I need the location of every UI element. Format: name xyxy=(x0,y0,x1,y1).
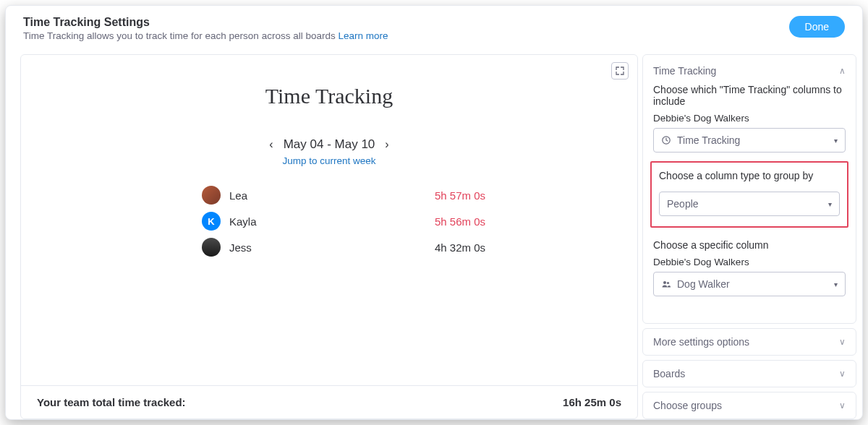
people-list: Lea 5h 57m 0s K Kayla 5h 56m 0s Jess 4h … xyxy=(57,182,601,260)
prev-week-button[interactable]: ‹ xyxy=(269,138,273,151)
caret-down-icon: ▾ xyxy=(834,280,838,288)
choose-groups-row[interactable]: Choose groups ∨ xyxy=(642,392,856,419)
main-panel: Time Tracking ‹ May 04 - May 10 › Jump t… xyxy=(20,54,638,419)
specific-column-section: Choose a specific column Debbie's Dog Wa… xyxy=(653,239,846,296)
panel-header[interactable]: Time Tracking ∧ xyxy=(653,62,846,84)
people-icon xyxy=(661,279,671,289)
avatar: K xyxy=(202,212,221,231)
tracked-time: 4h 32m 0s xyxy=(435,241,485,254)
tracked-time: 5h 57m 0s xyxy=(435,189,485,202)
chevron-down-icon: ∨ xyxy=(839,337,846,347)
footer-label: Your team total time tracked: xyxy=(37,396,186,408)
week-nav: ‹ May 04 - May 10 › xyxy=(57,137,601,152)
group-by-highlight: Choose a column type to group by People … xyxy=(650,161,848,228)
select-value: Time Tracking xyxy=(677,134,740,146)
time-tracking-column-select[interactable]: Time Tracking ▾ xyxy=(653,128,846,153)
person-name: Kayla xyxy=(229,215,374,228)
avatar xyxy=(202,186,221,205)
settings-window: Time Tracking Settings Time Tracking all… xyxy=(5,5,863,420)
specific-column-label: Choose a specific column xyxy=(653,239,846,251)
svg-point-1 xyxy=(663,281,666,284)
caret-down-icon: ▾ xyxy=(828,200,832,208)
page-subtitle: Time Tracking allows you to track time f… xyxy=(23,30,388,41)
jump-wrap: Jump to current week xyxy=(57,155,601,166)
avatar xyxy=(202,238,221,257)
body: Time Tracking ‹ May 04 - May 10 › Jump t… xyxy=(6,47,862,419)
row-label: Choose groups xyxy=(653,400,722,411)
week-range: May 04 - May 10 xyxy=(284,137,375,152)
next-week-button[interactable]: › xyxy=(385,138,388,151)
list-item: Jess 4h 32m 0s xyxy=(202,234,485,260)
more-settings-row[interactable]: More settings options ∨ xyxy=(642,328,856,356)
row-label: Boards xyxy=(653,368,685,379)
panel-title: Time Tracking xyxy=(653,65,716,77)
main-inner: Time Tracking ‹ May 04 - May 10 › Jump t… xyxy=(21,55,637,385)
fullscreen-icon xyxy=(616,66,624,75)
group-by-select[interactable]: People ▾ xyxy=(659,192,840,216)
report-title: Time Tracking xyxy=(57,84,601,108)
chevron-up-icon: ∧ xyxy=(839,66,846,76)
header: Time Tracking Settings Time Tracking all… xyxy=(6,6,862,47)
select-value: Dog Walker xyxy=(677,278,730,290)
fullscreen-button[interactable] xyxy=(611,62,629,80)
svg-point-2 xyxy=(667,282,669,284)
list-item: K Kayla 5h 56m 0s xyxy=(202,208,485,234)
done-button[interactable]: Done xyxy=(789,16,845,38)
time-tracking-panel: Time Tracking ∧ Choose which "Time Track… xyxy=(642,54,856,324)
board-name-2: Debbie's Dog Walkers xyxy=(653,257,846,267)
footer-bar: Your team total time tracked: 16h 25m 0s xyxy=(21,385,637,418)
footer-total: 16h 25m 0s xyxy=(563,396,621,408)
person-name: Lea xyxy=(229,189,374,202)
page-title: Time Tracking Settings xyxy=(23,16,388,29)
tracked-time: 5h 56m 0s xyxy=(435,215,485,228)
group-by-label: Choose a column type to group by xyxy=(659,170,840,181)
learn-more-link[interactable]: Learn more xyxy=(338,30,388,41)
sidebar: Time Tracking ∧ Choose which "Time Track… xyxy=(642,54,856,419)
caret-down-icon: ▾ xyxy=(834,137,838,145)
chevron-down-icon: ∨ xyxy=(839,400,846,411)
list-item: Lea 5h 57m 0s xyxy=(202,182,485,208)
chevron-down-icon: ∨ xyxy=(839,369,846,379)
board-name-1: Debbie's Dog Walkers xyxy=(653,113,846,124)
boards-row[interactable]: Boards ∨ xyxy=(642,360,856,387)
subtitle-text: Time Tracking allows you to track time f… xyxy=(23,30,338,41)
specific-column-select[interactable]: Dog Walker ▾ xyxy=(653,272,846,296)
row-label: More settings options xyxy=(653,336,749,348)
include-columns-label: Choose which "Time Tracking" columns to … xyxy=(653,84,846,107)
clock-icon xyxy=(661,135,671,145)
header-left: Time Tracking Settings Time Tracking all… xyxy=(23,16,388,41)
select-value: People xyxy=(667,198,699,210)
jump-current-week-link[interactable]: Jump to current week xyxy=(282,155,375,166)
person-name: Jess xyxy=(229,241,374,254)
